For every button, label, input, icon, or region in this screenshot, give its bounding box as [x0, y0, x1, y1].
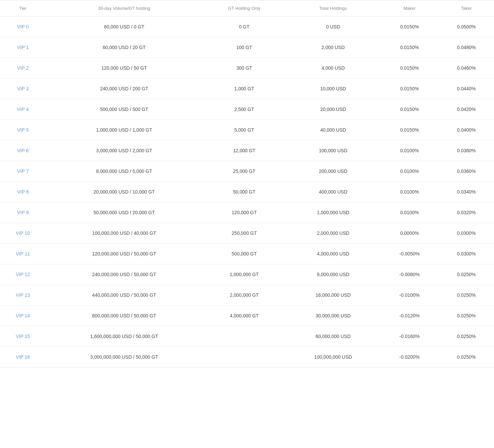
table-row: VIP 11120,000,000 USD / 50,000 GT500,000…	[0, 244, 494, 264]
total-holdings-cell: 400,000 USD	[286, 182, 380, 202]
table-row: VIP 060,000 USD / 0 GT0 GT0 USD0.0150%0.…	[0, 17, 494, 37]
table-row: VIP 3240,000 USD / 200 GT1,000 GT10,000 …	[0, 79, 494, 99]
maker-cell: 0.0150%	[380, 58, 439, 79]
tier-link[interactable]: VIP 5	[17, 127, 29, 133]
column-header-30-day-volume-gt-holding: 30-day Volume/GT holding	[46, 0, 202, 17]
volume-cell: 60,000 USD / 20 GT	[46, 37, 202, 58]
table-row: VIP 78,000,000 USD / 5,000 GT25,000 GT20…	[0, 161, 494, 182]
maker-cell: -0.0100%	[380, 285, 439, 306]
volume-cell: 3,000,000 USD / 2,000 GT	[46, 140, 202, 161]
gt-holding-cell: 120,000 GT	[202, 202, 286, 223]
taker-cell: 0.0360%	[439, 161, 494, 182]
vip-fee-table: Tier30-day Volume/GT holdingGT Holding O…	[0, 0, 494, 367]
tier-cell[interactable]: VIP 7	[0, 161, 46, 182]
tier-link[interactable]: VIP 16	[16, 354, 30, 360]
gt-holding-cell: 300 GT	[202, 58, 286, 79]
tier-cell[interactable]: VIP 15	[0, 326, 46, 347]
tier-link[interactable]: VIP 6	[17, 148, 29, 153]
tier-link[interactable]: VIP 14	[16, 313, 30, 318]
total-holdings-cell: 8,000,000 USD	[286, 264, 380, 285]
tier-link[interactable]: VIP 15	[16, 334, 30, 339]
gt-holding-cell: 2,000,000 GT	[202, 285, 286, 306]
gt-holding-cell: 500,000 GT	[202, 244, 286, 264]
tier-cell[interactable]: VIP 9	[0, 202, 46, 223]
table-row: VIP 51,000,000 USD / 1,000 GT5,000 GT40,…	[0, 120, 494, 140]
table-row: VIP 12240,000,000 USD / 50,000 GT1,000,0…	[0, 264, 494, 285]
total-holdings-cell: 100,000 USD	[286, 140, 380, 161]
tier-cell[interactable]: VIP 4	[0, 99, 46, 120]
total-holdings-cell: 100,000,000 USD	[286, 347, 380, 367]
taker-cell: 0.0320%	[439, 202, 494, 223]
volume-cell: 240,000 USD / 200 GT	[46, 79, 202, 99]
maker-cell: -0.0160%	[380, 326, 439, 347]
maker-cell: 0.0150%	[380, 37, 439, 58]
gt-holding-cell	[202, 326, 286, 347]
volume-cell: 1,000,000 USD / 1,000 GT	[46, 120, 202, 140]
gt-holding-cell: 250,000 GT	[202, 223, 286, 244]
taker-cell: 0.0340%	[439, 182, 494, 202]
table-header-row: Tier30-day Volume/GT holdingGT Holding O…	[0, 0, 494, 17]
tier-link[interactable]: VIP 3	[17, 86, 29, 91]
tier-cell[interactable]: VIP 5	[0, 120, 46, 140]
maker-cell: 0.0100%	[380, 161, 439, 182]
tier-link[interactable]: VIP 12	[16, 272, 30, 277]
tier-link[interactable]: VIP 2	[17, 65, 29, 71]
tier-link[interactable]: VIP 8	[17, 189, 29, 195]
tier-cell[interactable]: VIP 6	[0, 140, 46, 161]
tier-cell[interactable]: VIP 3	[0, 79, 46, 99]
table-row: VIP 163,000,000,000 USD / 50,000 GT100,0…	[0, 347, 494, 367]
tier-link[interactable]: VIP 9	[17, 210, 29, 215]
tier-link[interactable]: VIP 11	[16, 251, 30, 256]
taker-cell: 0.0250%	[439, 264, 494, 285]
tier-cell[interactable]: VIP 10	[0, 223, 46, 244]
taker-cell: 0.0380%	[439, 140, 494, 161]
table-row: VIP 950,000,000 USD / 20,000 GT120,000 G…	[0, 202, 494, 223]
tier-cell[interactable]: VIP 14	[0, 306, 46, 326]
tier-link[interactable]: VIP 0	[17, 24, 29, 29]
total-holdings-cell: 30,000,000 USD	[286, 306, 380, 326]
maker-cell: 0.0150%	[380, 79, 439, 99]
gt-holding-cell: 5,000 GT	[202, 120, 286, 140]
taker-cell: 0.0480%	[439, 37, 494, 58]
volume-cell: 8,000,000 USD / 5,000 GT	[46, 161, 202, 182]
tier-link[interactable]: VIP 7	[17, 169, 29, 174]
tier-cell[interactable]: VIP 12	[0, 264, 46, 285]
maker-cell: 0.0150%	[380, 17, 439, 37]
table-row: VIP 820,000,000 USD / 10,000 GT50,000 GT…	[0, 182, 494, 202]
gt-holding-cell: 50,000 GT	[202, 182, 286, 202]
tier-link[interactable]: VIP 4	[17, 107, 29, 112]
total-holdings-cell: 10,000 USD	[286, 79, 380, 99]
maker-cell: 0.0100%	[380, 140, 439, 161]
tier-link[interactable]: VIP 13	[16, 292, 30, 298]
taker-cell: 0.0420%	[439, 99, 494, 120]
tier-link[interactable]: VIP 10	[16, 230, 30, 236]
tier-cell[interactable]: VIP 13	[0, 285, 46, 306]
tier-cell[interactable]: VIP 0	[0, 17, 46, 37]
taker-cell: 0.0250%	[439, 326, 494, 347]
gt-holding-cell: 25,000 GT	[202, 161, 286, 182]
volume-cell: 1,600,000,000 USD / 50,000 GT	[46, 326, 202, 347]
volume-cell: 20,000,000 USD / 10,000 GT	[46, 182, 202, 202]
table-row: VIP 160,000 USD / 20 GT100 GT2,000 USD0.…	[0, 37, 494, 58]
tier-cell[interactable]: VIP 2	[0, 58, 46, 79]
tier-cell[interactable]: VIP 1	[0, 37, 46, 58]
gt-holding-cell: 100 GT	[202, 37, 286, 58]
maker-cell: -0.0200%	[380, 347, 439, 367]
tier-cell[interactable]: VIP 16	[0, 347, 46, 367]
taker-cell: 0.0460%	[439, 58, 494, 79]
tier-cell[interactable]: VIP 8	[0, 182, 46, 202]
maker-cell: 0.0150%	[380, 120, 439, 140]
tier-cell[interactable]: VIP 11	[0, 244, 46, 264]
column-header-maker: Maker	[380, 0, 439, 17]
volume-cell: 500,000 USD / 500 GT	[46, 99, 202, 120]
total-holdings-cell: 0 USD	[286, 17, 380, 37]
tier-link[interactable]: VIP 1	[17, 45, 29, 50]
gt-holding-cell	[202, 347, 286, 367]
total-holdings-cell: 40,000 USD	[286, 120, 380, 140]
total-holdings-cell: 16,000,000 USD	[286, 285, 380, 306]
maker-cell: 0.0100%	[380, 182, 439, 202]
total-holdings-cell: 200,000 USD	[286, 161, 380, 182]
column-header-taker: Taker	[439, 0, 494, 17]
maker-cell: 0.0100%	[380, 202, 439, 223]
volume-cell: 50,000,000 USD / 20,000 GT	[46, 202, 202, 223]
